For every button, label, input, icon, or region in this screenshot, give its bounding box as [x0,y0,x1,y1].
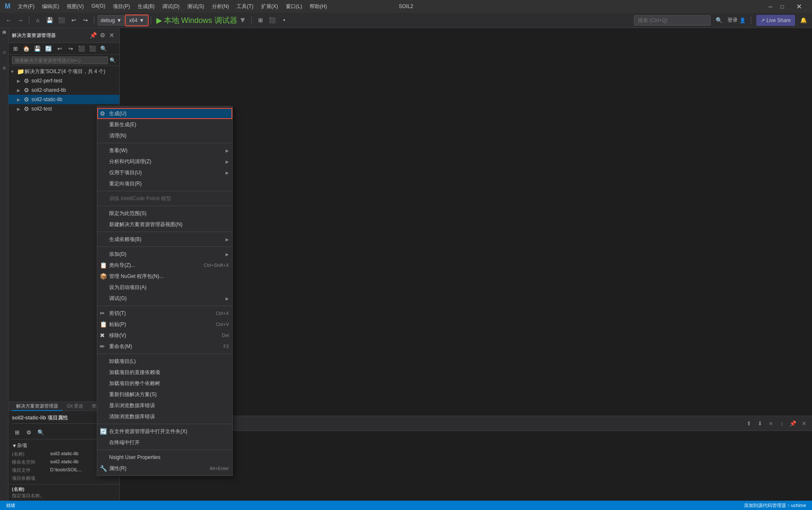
ctx-item-new-view[interactable]: 新建解决方案资源管理器视图(N) [97,219,232,230]
prop-btn1[interactable]: ⊞ [12,427,22,437]
ctx-item-show-errors[interactable]: 显示浏览数据库错误 [97,400,232,411]
ctx-sep-4 [97,232,232,232]
live-share-button[interactable]: ↗ Live Share [756,15,795,26]
menu-view[interactable]: 视图(V) [63,2,87,11]
login-button[interactable]: 登录 👤 [727,17,746,24]
ctx-item-nuget[interactable]: 📦 管理 NuGet 程序包(N)... [97,271,232,282]
output-btn-up[interactable]: ⬆ [744,419,753,428]
extra-btn2[interactable]: ⬛ [267,15,277,26]
menu-debug[interactable]: 调试(D) [159,2,183,11]
config-dropdown[interactable]: debug ▼ [98,15,124,26]
sidebar-tb-btn1[interactable]: ⊞ [10,44,20,54]
sidebar-search-btn[interactable]: 🔍 [99,44,109,54]
ctx-item-scope[interactable]: 限定为此范围(S) [97,208,232,219]
sidebar-tb-btn4[interactable]: 🔄 [43,44,54,54]
prop-btn3[interactable]: 🔍 [36,427,46,437]
ctx-item-clear-errors[interactable]: 清除浏览数据库错误 [97,411,232,422]
sidebar-close-btn[interactable]: ✕ [107,31,116,40]
ctx-item-open-terminal[interactable]: 在终端中打开 [97,437,232,448]
platform-dropdown[interactable]: x64 ▼ [126,15,147,26]
sidebar-tb-btn6[interactable]: ↪ [65,44,76,54]
back-btn[interactable]: ← [3,15,14,26]
status-source-control[interactable]: 添加到源代码管理器 ↑ uchime [742,502,809,509]
search-input[interactable] [634,15,710,26]
sidebar-tb-btn8[interactable]: ⬛ [87,44,98,54]
close-btn[interactable]: ✕ [789,0,809,13]
tree-item-shared-lib[interactable]: ▶ ⚙ soil2-shared-lib [8,85,119,95]
menu-analyze[interactable]: 分析(N) [209,2,233,11]
notifications-icon[interactable]: 🔔 [798,15,809,26]
activity-git[interactable]: G [0,45,8,60]
menu-window[interactable]: 窗口(L) [282,2,306,11]
sidebar-tb-btn2[interactable]: 🏠 [21,44,31,54]
tree-item-static-lib[interactable]: ▶ ⚙ soil2-static-lib [8,95,119,104]
ctx-item-rescan[interactable]: 重新扫描解决方案(S) [97,389,232,400]
extra-btn1[interactable]: ⊞ [255,15,265,26]
sidebar-pin-btn[interactable]: 📌 [89,31,97,40]
menu-file[interactable]: 文件(F) [14,2,38,11]
minimize-btn[interactable]: ─ [765,1,775,11]
sidebar-search-input[interactable] [12,57,108,64]
ctx-item-unload[interactable]: 卸载项目(L) [97,356,232,367]
output-btn-expand[interactable]: ↕ [777,419,787,428]
ctx-item-clean[interactable]: 清理(N) [97,130,232,141]
save-all-btn[interactable]: ⬛ [56,15,67,26]
menu-git[interactable]: Git(G) [88,2,109,11]
sidebar-tb-btn7[interactable]: ⬛ [76,44,87,54]
search-icon[interactable]: 🔍 [714,15,724,26]
redo-btn[interactable]: ↪ [80,15,90,26]
maximize-btn[interactable]: □ [777,1,787,11]
ctx-item-add[interactable]: 添加(D) ▶ [97,249,232,260]
output-btn-list[interactable]: ≡ [766,419,775,428]
menu-build[interactable]: 生成(B) [134,2,158,11]
output-close-btn[interactable]: ✕ [799,419,809,428]
ctx-item-nsight[interactable]: Nsight User Properties [97,452,232,463]
ctx-item-build[interactable]: ⚙ 生成(U) [97,108,232,119]
ctx-item-remove[interactable]: ✖ 移除(V) Del [97,330,232,341]
prop-btn2[interactable]: ⚙ [24,427,34,437]
sidebar-tb-btn3[interactable]: 💾 [32,44,42,54]
ctx-item-set-startup[interactable]: 设为启动项目(A) [97,282,232,293]
tab-git-changes[interactable]: Git 更改 [62,402,87,411]
ctx-item-paste[interactable]: 📋 粘贴(P) Ctrl+V [97,319,232,330]
status-ready[interactable]: 就绪 [3,502,18,509]
menu-edit[interactable]: 编辑(E) [39,2,62,11]
menu-help[interactable]: 帮助(H) [306,2,330,11]
ctx-label-open-terminal: 在终端中打开 [109,439,140,446]
ctx-item-analyze[interactable]: 分析和代码清理(Z) ▶ [97,156,232,167]
ctx-item-retarget[interactable]: 重定向项目(R) [97,178,232,189]
ctx-item-view[interactable]: 查看(W) ▶ [97,145,232,156]
menu-test[interactable]: 测试(S) [184,2,208,11]
ctx-label-retarget: 重定向项目(R) [109,180,142,187]
sidebar-tb-btn5[interactable]: ↩ [54,44,65,54]
save-btn[interactable]: 💾 [45,15,55,26]
menu-project[interactable]: 项目(P) [110,2,133,11]
run-button[interactable]: ▶ 本地 Windows 调试器 ▼ [155,15,248,26]
ctx-item-load-tree[interactable]: 加载项目的整个依赖树 [97,378,232,389]
activity-explorer[interactable]: 解 [0,30,8,45]
sidebar-search-icon[interactable]: 🔍 [110,57,116,63]
menu-extensions[interactable]: 扩展(X) [258,2,282,11]
tab-solution-explorer[interactable]: 解决方案资源管理器 [12,402,62,411]
output-btn-down[interactable]: ⬇ [755,419,764,428]
ctx-item-properties[interactable]: 🔧 属性(R) Alt+Enter [97,463,232,474]
ctx-item-rename[interactable]: ✏ 重命名(M) F2 [97,341,232,352]
menu-tools[interactable]: 工具(T) [233,2,257,11]
sidebar-settings-btn[interactable]: ⚙ [98,31,107,40]
ctx-item-open-folder[interactable]: 🔄 在文件资源管理器中打开文件夹(X) [97,426,232,437]
activity-search[interactable]: ⊞ [0,60,8,76]
forward-btn[interactable]: → [15,15,25,26]
ctx-item-build-deps[interactable]: 生成依赖项(B) ▶ [97,234,232,245]
solution-root[interactable]: ▼ 📁 解决方案'SOIL2'(4 个项目，共 4 个) [8,67,119,76]
ctx-item-project-only[interactable]: 仅用于项目(U) ▶ [97,167,232,178]
ctx-item-load-direct[interactable]: 加载项目的直接依赖项 [97,367,232,378]
home-btn[interactable]: ⌂ [33,15,43,26]
ctx-item-class-wizard[interactable]: 📋 类向导(Z)... Ctrl+Shift+X [97,260,232,271]
ctx-item-debug[interactable]: 调试(G) ▶ [97,293,232,304]
tree-item-perf-test[interactable]: ▶ ⚙ soil2-perf-test [8,76,119,85]
output-pin-btn[interactable]: 📌 [788,419,798,428]
extra-btn3[interactable]: • [279,15,289,26]
undo-btn[interactable]: ↩ [68,15,79,26]
ctx-item-rebuild[interactable]: 重新生成(E) [97,119,232,130]
ctx-item-cut[interactable]: ✂ 剪切(T) Ctrl+X [97,308,232,319]
